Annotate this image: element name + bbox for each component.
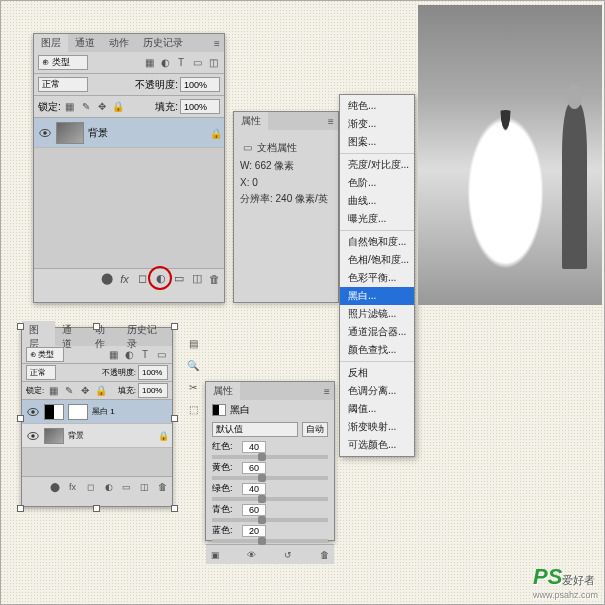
group-icon[interactable]: ▭ <box>172 272 185 285</box>
adjustment-icon[interactable]: ◐ <box>102 480 115 493</box>
menu-item[interactable]: 自然饱和度... <box>340 233 414 251</box>
slider-track[interactable] <box>212 497 328 501</box>
tab-layers[interactable]: 图层 <box>34 34 68 52</box>
menu-item[interactable]: 图案... <box>340 133 414 151</box>
lock-all-icon[interactable]: 🔒 <box>111 100 125 114</box>
new-layer-icon[interactable]: ◫ <box>138 480 151 493</box>
handle-tl[interactable] <box>17 323 24 330</box>
tool-zoom-icon[interactable]: 🔍 <box>185 357 201 373</box>
visibility-icon[interactable] <box>26 405 40 419</box>
lock-trans-icon[interactable]: ▦ <box>63 100 77 114</box>
panel-menu-icon[interactable]: ≡ <box>324 114 338 128</box>
fill-value[interactable]: 100% <box>180 99 220 114</box>
visibility-icon[interactable] <box>26 429 40 443</box>
handle-br[interactable] <box>171 505 178 512</box>
link-icon[interactable]: ⬤ <box>100 272 113 285</box>
lock-paint-icon[interactable]: ✎ <box>62 384 76 398</box>
adjustment-icon[interactable]: ◐ <box>154 272 167 285</box>
tool-frame-icon[interactable]: ⬚ <box>185 401 201 417</box>
menu-item[interactable]: 黑白... <box>340 287 414 305</box>
tab-channels[interactable]: 通道 <box>68 34 102 52</box>
panel-menu-icon[interactable]: ≡ <box>210 36 224 50</box>
menu-item[interactable]: 曝光度... <box>340 210 414 228</box>
lock-pos-icon[interactable]: ✥ <box>95 100 109 114</box>
visibility-icon[interactable] <box>38 126 52 140</box>
panel-menu-icon[interactable]: ≡ <box>320 384 334 398</box>
group-icon[interactable]: ▭ <box>120 480 133 493</box>
slider-value[interactable]: 40 <box>242 483 266 495</box>
blend-mode-select[interactable]: 正常 <box>38 77 88 92</box>
slider-value[interactable]: 20 <box>242 525 266 537</box>
filter-img-icon[interactable]: ▦ <box>106 348 120 362</box>
reset-icon[interactable]: ↺ <box>282 548 295 561</box>
menu-item[interactable]: 反相 <box>340 364 414 382</box>
tool-align-icon[interactable]: ▤ <box>185 335 201 351</box>
menu-item[interactable]: 可选颜色... <box>340 436 414 454</box>
slider-track[interactable] <box>212 539 328 543</box>
slider-value[interactable]: 60 <box>242 462 266 474</box>
menu-item[interactable]: 渐变... <box>340 115 414 133</box>
handle-tr[interactable] <box>171 323 178 330</box>
new-layer-icon[interactable]: ◫ <box>190 272 203 285</box>
handle-tm[interactable] <box>93 323 100 330</box>
fill-value[interactable]: 100% <box>138 383 168 398</box>
filter-adj-icon[interactable]: ◐ <box>158 56 172 70</box>
filter-img-icon[interactable]: ▦ <box>142 56 156 70</box>
slider-track[interactable] <box>212 455 328 459</box>
opacity-value[interactable]: 100% <box>180 77 220 92</box>
lock-all-icon[interactable]: 🔒 <box>94 384 108 398</box>
layer-background[interactable]: 背景 🔒 <box>34 118 224 148</box>
view-icon[interactable]: 👁 <box>245 548 258 561</box>
menu-item[interactable]: 纯色... <box>340 97 414 115</box>
menu-item[interactable]: 渐变映射... <box>340 418 414 436</box>
layer-bw[interactable]: 黑白 1 <box>22 400 172 424</box>
menu-item[interactable]: 色彩平衡... <box>340 269 414 287</box>
kind-filter[interactable]: ⊕ 类型 <box>26 347 64 362</box>
filter-type-icon[interactable]: T <box>138 348 152 362</box>
handle-bl[interactable] <box>17 505 24 512</box>
link-icon[interactable]: ⬤ <box>48 480 61 493</box>
filter-shape-icon[interactable]: ▭ <box>154 348 168 362</box>
menu-item[interactable]: 色调分离... <box>340 382 414 400</box>
menu-item[interactable]: 曲线... <box>340 192 414 210</box>
tool-crop-icon[interactable]: ✂ <box>185 379 201 395</box>
menu-item[interactable]: 阈值... <box>340 400 414 418</box>
opacity-value[interactable]: 100% <box>138 365 168 380</box>
delete-icon[interactable]: 🗑 <box>156 480 169 493</box>
fx-icon[interactable]: fx <box>118 272 131 285</box>
menu-item[interactable]: 通道混合器... <box>340 323 414 341</box>
filter-type-icon[interactable]: T <box>174 56 188 70</box>
handle-mr[interactable] <box>171 415 178 422</box>
preset-select[interactable]: 默认值 <box>212 422 298 437</box>
delete-icon[interactable]: 🗑 <box>208 272 221 285</box>
filter-shape-icon[interactable]: ▭ <box>190 56 204 70</box>
handle-ml[interactable] <box>17 415 24 422</box>
mask-icon[interactable]: ◻ <box>84 480 97 493</box>
menu-item[interactable]: 色相/饱和度... <box>340 251 414 269</box>
lock-pos-icon[interactable]: ✥ <box>78 384 92 398</box>
menu-item[interactable]: 照片滤镜... <box>340 305 414 323</box>
delete-icon[interactable]: 🗑 <box>318 548 331 561</box>
slider-value[interactable]: 60 <box>242 504 266 516</box>
slider-track[interactable] <box>212 518 328 522</box>
lock-paint-icon[interactable]: ✎ <box>79 100 93 114</box>
filter-smart-icon[interactable]: ◫ <box>206 56 220 70</box>
layer-background-2[interactable]: 背景 🔒 <box>22 424 172 448</box>
kind-filter[interactable]: ⊕ 类型 <box>38 55 88 70</box>
menu-item[interactable]: 亮度/对比度... <box>340 156 414 174</box>
clip-icon[interactable]: ▣ <box>209 548 222 561</box>
handle-bm[interactable] <box>93 505 100 512</box>
blend-mode-select[interactable]: 正常 <box>26 365 56 380</box>
slider-value[interactable]: 40 <box>242 441 266 453</box>
menu-item[interactable]: 色阶... <box>340 174 414 192</box>
auto-button[interactable]: 自动 <box>302 422 328 437</box>
menu-item[interactable]: 颜色查找... <box>340 341 414 359</box>
tab-history[interactable]: 历史记录 <box>136 34 190 52</box>
tab-actions[interactable]: 动作 <box>102 34 136 52</box>
tab-properties[interactable]: 属性 <box>206 382 240 400</box>
slider-track[interactable] <box>212 476 328 480</box>
filter-adj-icon[interactable]: ◐ <box>122 348 136 362</box>
tab-properties[interactable]: 属性 <box>234 112 268 130</box>
lock-trans-icon[interactable]: ▦ <box>46 384 60 398</box>
fx-icon[interactable]: fx <box>66 480 79 493</box>
